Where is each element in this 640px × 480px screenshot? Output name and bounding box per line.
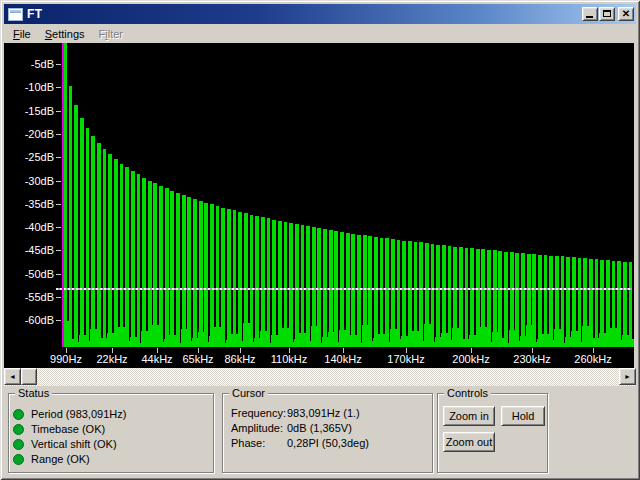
spectrum-plot[interactable]: -5dB-10dB-15dB-20dB-25dB-30dB-35dB-40dB-… [4,43,634,368]
maximize-icon [603,10,611,17]
cursor-row-label: Frequency: [231,407,286,419]
cursor-row-value: 983,091Hz (1.) [287,407,360,419]
zoom-in-button[interactable]: Zoom in [443,406,495,426]
db-axis-tick [56,227,61,228]
db-axis-label: -35dB [6,198,54,210]
harmonic-bar [97,143,101,347]
db-axis-tick [56,204,61,205]
harmonic-bar [295,224,299,347]
harmonic-bar [357,235,361,347]
harmonic-bar [419,242,423,347]
menu-item-file[interactable]: File [6,26,38,42]
scroll-right-button[interactable]: ► [619,368,636,385]
frequency-cursor-line[interactable] [62,43,64,347]
harmonic-bar [351,234,355,347]
freq-axis-label: 170kHz [381,353,431,365]
db-axis-tick [56,157,61,158]
status-groupbox: Status Period (983,091Hz)Timebase (OK)Ve… [8,393,214,473]
harmonic-bar [385,238,389,347]
titlebar-buttons: ✕ [581,7,634,21]
db-axis-label: -55dB [6,291,54,303]
harmonic-bar [408,241,412,347]
status-item-label: Range (OK) [31,453,90,465]
harmonic-bar [137,174,141,347]
harmonic-bar [532,254,536,347]
db-axis-tick [56,250,61,251]
harmonic-bar [91,136,95,347]
minimize-icon [586,16,593,18]
harmonic-bar [153,183,157,347]
harmonic-bar [255,216,259,347]
close-icon: ✕ [619,8,633,20]
minimize-button[interactable] [582,7,598,21]
harmonic-bar [210,204,214,347]
freq-axis-label: 260kHz [568,353,618,365]
status-item: Period (983,091Hz) [13,407,126,421]
status-item-label: Timebase (OK) [31,423,105,435]
harmonic-bar [221,208,225,347]
zoom-out-button[interactable]: Zoom out [443,432,495,452]
freq-axis-label: 110kHz [264,353,314,365]
harmonic-bar [120,164,124,347]
harmonic-bar [487,250,491,347]
title-bar[interactable]: FT ✕ [4,4,636,24]
harmonic-bar [374,237,378,347]
menu-bar: FileSettingsFilter [4,24,636,43]
db-axis-tick [56,111,61,112]
menu-item-filter: Filter [92,26,130,42]
cursor-group-title: Cursor [229,387,268,399]
menu-item-settings[interactable]: Settings [38,26,92,42]
noise-floor-segment [627,339,634,347]
hold-button[interactable]: Hold [501,406,545,426]
app-icon-strip [10,10,21,13]
db-axis-tick [56,274,61,275]
harmonic-bar [561,256,565,347]
harmonic-bar [176,193,180,347]
window-title: FT [27,7,43,21]
harmonic-bar [165,188,169,347]
harmonic-bar [193,199,197,347]
scroll-left-button[interactable]: ◄ [4,368,21,385]
freq-axis-label: 140kHz [318,353,368,365]
freq-axis-label: 22kHz [87,353,137,365]
controls-groupbox: Controls Zoom in Hold Zoom out [437,393,548,473]
db-axis-label: -5dB [6,58,54,70]
db-axis-tick [56,297,61,298]
app-window: FT ✕ FileSettingsFilter -5dB-10dB-15dB-2… [0,0,640,480]
freq-axis-label: 230kHz [507,353,557,365]
harmonic-bar [182,195,186,347]
harmonic-bar [595,259,599,347]
harmonic-bar [227,209,231,347]
db-axis-label: -25dB [6,151,54,163]
status-item: Range (OK) [13,452,90,466]
harmonic-bar [131,171,135,347]
maximize-button[interactable] [599,7,615,21]
harmonic-bar [108,154,112,347]
db-axis-label: -60dB [6,314,54,326]
harmonic-bar [301,225,305,347]
db-axis-tick [56,181,61,182]
harmonic-bar [368,236,372,347]
status-led-icon [13,439,24,450]
scrollbar-thumb[interactable] [21,368,37,385]
harmonic-bar [86,128,90,347]
close-button[interactable]: ✕ [618,7,634,21]
cursor-row-value: 0,28PI (50,3deg) [287,437,369,449]
harmonic-bar [470,248,474,347]
horizontal-scrollbar[interactable]: ◄ ► [4,368,636,386]
cursor-groupbox: Cursor Frequency:983,091Hz (1.)Amplitude… [222,393,433,473]
harmonic-bar [125,167,129,347]
harmonic-bar [159,186,163,347]
db-axis-tick [56,320,61,321]
status-item: Timebase (OK) [13,422,105,436]
harmonic-bar [261,217,265,347]
db-axis-label: -15dB [6,105,54,117]
harmonic-bar [521,253,525,347]
harmonic-bar [238,212,242,347]
harmonic-bar [459,247,463,347]
app-icon[interactable] [8,8,23,21]
harmonic-bar [606,260,610,347]
cursor-row-value: 0dB (1,365V) [287,422,352,434]
db-axis-label: -10dB [6,81,54,93]
harmonic-bar [306,226,310,347]
